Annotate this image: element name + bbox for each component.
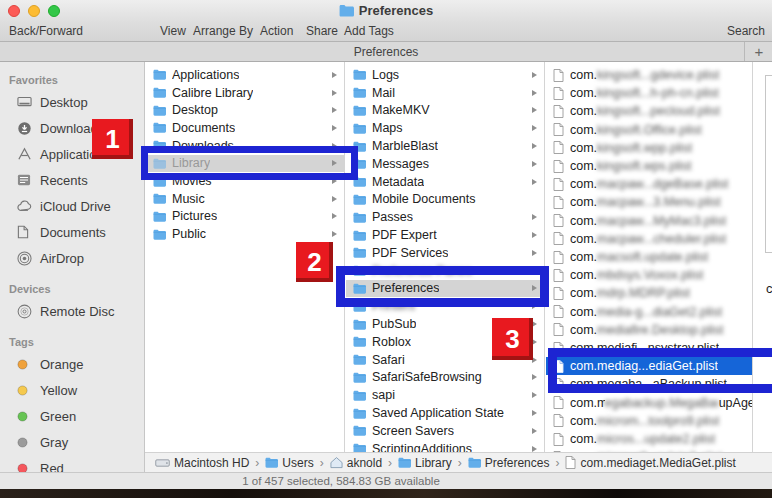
folder-row-applications[interactable]: Applications (146, 66, 344, 84)
path-item-users[interactable]: Users (265, 456, 313, 470)
file-row-com-micros-update2-plist[interactable]: com.micros...update2.plist (546, 430, 752, 448)
sidebar-item-icloud-drive[interactable]: iCloud Drive (0, 193, 144, 219)
file-row-com-microm-toolpro9-plist[interactable]: com.microm...toolpro9.plist (546, 412, 752, 430)
sidebar-item-gray[interactable]: Gray (0, 429, 144, 455)
folder-row-scriptingadditions[interactable]: ScriptingAdditions (346, 440, 544, 452)
sidebar-item-documents[interactable]: Documents (0, 219, 144, 245)
folder-row-pictures[interactable]: Pictures (146, 208, 344, 226)
sidebar-item-applications[interactable]: Applications (0, 141, 144, 167)
folder-row-saved-application-state[interactable]: Saved Application State (346, 404, 544, 422)
folder-row-metadata[interactable]: Metadata (346, 173, 544, 191)
path-separator: › (320, 456, 324, 470)
file-row-com-macpaw-mymac3-plist[interactable]: com.macpaw...MyMac3.plist (546, 212, 752, 230)
file-row-com-mediafire-desktop-plist[interactable]: com.mediafire.Desktop.plist (546, 321, 752, 339)
folder-row-mail[interactable]: Mail (346, 84, 544, 102)
chevron-right-icon (332, 90, 337, 96)
file-row-com-megaba-abackup-plist[interactable]: com.megaba...aBackup.plist (546, 375, 752, 393)
folder-row-calibre-library[interactable]: Calibre Library (146, 84, 344, 102)
sidebar-item-orange[interactable]: Orange (0, 351, 144, 377)
view-button[interactable]: View (160, 24, 186, 38)
folder-row-screen-savers[interactable]: Screen Savers (346, 422, 544, 440)
folder-row-mobile-documents[interactable]: Mobile Documents (346, 191, 544, 209)
file-row-com-macpaw-dgebase-plist[interactable]: com.macpaw...dgeBase.plist (546, 175, 752, 193)
sidebar-item-remote-disc[interactable]: Remote Disc (0, 298, 144, 324)
file-row-com-kingsoft-wps-plist[interactable]: com.kingsoft.wps.plist (546, 157, 752, 175)
file-name: microm...toolpro9.plist (597, 414, 719, 428)
folder-row-logs[interactable]: Logs (346, 66, 544, 84)
folder-row-preference-panes[interactable]: Preference Panes (346, 262, 544, 280)
file-row-com-mdrp-mdrp-plist[interactable]: com.mdrp.MDRP.plist (546, 284, 752, 302)
file-row-com-macpaw-cheduler-plist[interactable]: com.macpaw...cheduler.plist (546, 230, 752, 248)
path-item-preferences[interactable]: Preferences (468, 456, 550, 470)
file-name-prefix: com. (570, 377, 597, 391)
file-row-com-macpaw-3-menu-plist[interactable]: com.macpaw...3.Menu.plist (546, 193, 752, 211)
sidebar-item-red[interactable]: Red (0, 455, 144, 472)
airdrop-icon (17, 251, 40, 266)
add-tags-button[interactable]: Add Tags (344, 24, 394, 38)
file-row-com-mbdsys-voxox-plist[interactable]: com.mbdsys.Voxox.plist (546, 266, 752, 284)
folder-icon (353, 425, 366, 436)
back-forward-button[interactable]: Back/Forward (9, 24, 83, 38)
file-row-com-kingsoft-wpp-plist[interactable]: com.kingsoft.wpp.plist (546, 139, 752, 157)
action-button[interactable]: Action (260, 24, 293, 38)
folder-row-pdf-expert[interactable]: PDF Expert (346, 226, 544, 244)
sidebar-item-airdrop[interactable]: AirDrop (0, 245, 144, 271)
file-name-prefix: com. (570, 195, 597, 209)
file-name: mediag...ediaGet.plist (597, 359, 718, 373)
file-name: media-g...diaGet2.plist (597, 305, 722, 319)
folder-row-pdf-services[interactable]: PDF Services (346, 244, 544, 262)
file-row-com-macsoft-update-plist[interactable]: com.macsoft.update.plist (546, 248, 752, 266)
sidebar-item-green[interactable]: Green (0, 403, 144, 429)
share-button[interactable]: Share (306, 24, 338, 38)
folder-row-roblox[interactable]: Roblox (346, 333, 544, 351)
folder-row-pubsub[interactable]: PubSub (346, 315, 544, 333)
column-home: ApplicationsCalibre LibraryDesktopDocume… (146, 62, 345, 452)
file-name-prefix: com. (570, 68, 597, 82)
tab-preferences[interactable]: Preferences (0, 45, 772, 59)
folder-row-messages[interactable]: Messages (346, 155, 544, 173)
path-bar: Macintosh HD›Users›aknold›Library›Prefer… (145, 452, 772, 472)
sidebar-item-label: Downloads (40, 121, 104, 136)
sidebar-item-yellow[interactable]: Yellow (0, 377, 144, 403)
folder-row-movies[interactable]: Movies (146, 172, 344, 190)
path-item-macintosh-hd[interactable]: Macintosh HD (155, 456, 249, 470)
file-row-com-media-g-diaget2-plist[interactable]: com.media-g...diaGet2.plist (546, 303, 752, 321)
arrange-by-button[interactable]: Arrange By (193, 24, 253, 38)
folder-row-music[interactable]: Music (146, 190, 344, 208)
plist-file-icon (553, 305, 564, 318)
chevron-right-icon (332, 178, 337, 184)
folder-row-marbleblast[interactable]: MarbleBlast (346, 137, 544, 155)
sidebar-item-desktop[interactable]: Desktop (0, 89, 144, 115)
folder-row-printers[interactable]: Printers (346, 297, 544, 315)
folder-row-safari[interactable]: Safari (346, 351, 544, 369)
folder-row-downloads[interactable]: Downloads (146, 137, 344, 155)
path-item-aknold[interactable]: aknold (330, 456, 382, 470)
folder-row-passes[interactable]: Passes (346, 208, 544, 226)
folder-row-public[interactable]: Public (146, 225, 344, 243)
folder-row-documents[interactable]: Documents (146, 119, 344, 137)
chevron-right-icon (532, 428, 537, 434)
plist-file-icon (553, 69, 564, 82)
file-row-com-kingsoft-gdevice-plist[interactable]: com.kingsoft...gdevice.plist (546, 66, 752, 84)
file-row-com-mediafi-nsystray-plist[interactable]: com.mediafi...nsystray.plist (546, 339, 752, 357)
file-row-com-kingsoft-pecloud-plist[interactable]: com.kingsoft...pecloud.plist (546, 102, 752, 120)
folder-row-makemkv[interactable]: MakeMKV (346, 102, 544, 120)
folder-row-maps[interactable]: Maps (346, 119, 544, 137)
folder-row-sapi[interactable]: sapi (346, 386, 544, 404)
plist-file-icon (553, 433, 564, 446)
file-row-com-kingsoft-h-ph-cn-plist[interactable]: com.kingsoft...h-ph-cn.plist (546, 84, 752, 102)
folder-row-safarisafebrowsing[interactable]: SafariSafeBrowsing (346, 369, 544, 387)
new-tab-button[interactable]: + (746, 42, 772, 61)
path-item-library[interactable]: Library (398, 456, 452, 470)
file-row-com-kingsoft-office-plist[interactable]: com.kingsoft.Office.plist (546, 121, 752, 139)
folder-row-library[interactable]: Library (146, 155, 344, 173)
file-row-com-mediag-ediaget-plist[interactable]: com.mediag...ediaGet.plist (546, 357, 752, 375)
file-row-com-megabackup-megaback[interactable]: com.megabackup.MegaBackupAge (546, 394, 752, 412)
folder-row-preferences[interactable]: Preferences (346, 280, 544, 298)
sidebar-item-downloads[interactable]: Downloads (0, 115, 144, 141)
search-field[interactable]: Search (727, 24, 765, 38)
sidebar-item-recents[interactable]: Recents (0, 167, 144, 193)
chevron-right-icon (532, 410, 537, 416)
path-item-com-mediaget-mediaget-plist[interactable]: com.mediaget.MediaGet.plist (565, 456, 735, 470)
folder-row-desktop[interactable]: Desktop (146, 101, 344, 119)
